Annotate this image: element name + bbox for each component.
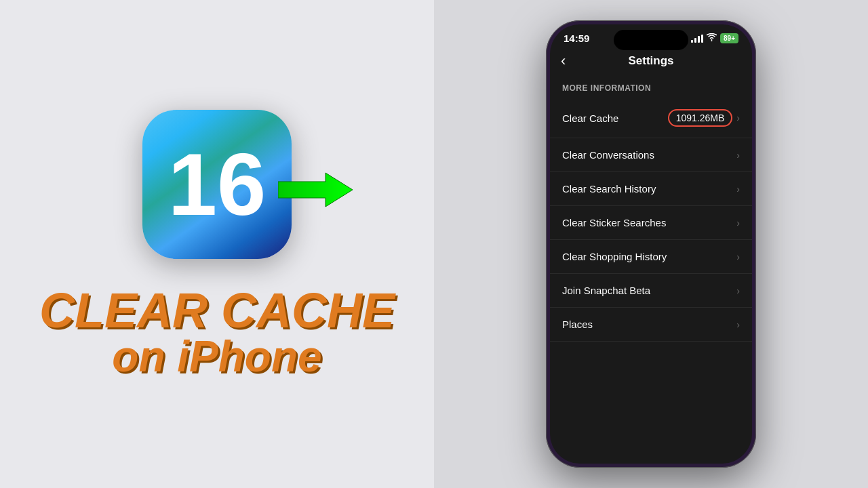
menu-item[interactable]: Clear Conversations›: [550, 138, 752, 172]
big-text-line1: CLEAR CACHE: [39, 286, 395, 335]
phone-screen: 14:59 89: [550, 24, 752, 464]
ios16-number: 16: [168, 140, 267, 228]
menu-item[interactable]: Clear Search History›: [550, 172, 752, 206]
menu-list: Clear Cache1091.26MB›Clear Conversations…: [550, 98, 752, 342]
left-panel: 16 CLEAR CACHE on iPhone: [0, 0, 434, 488]
menu-item-label: Clear Conversations: [562, 149, 654, 161]
settings-content: MORE INFORMATION Clear Cache1091.26MB›Cl…: [550, 77, 752, 464]
menu-item-label: Clear Shopping History: [562, 251, 667, 262]
menu-item-right: ›: [736, 251, 740, 262]
status-icons: 89+: [691, 33, 738, 43]
menu-item[interactable]: Clear Sticker Searches›: [550, 206, 752, 240]
menu-item-label: Clear Search History: [562, 183, 656, 195]
menu-item[interactable]: Places›: [550, 308, 752, 342]
menu-item-right: ›: [736, 319, 740, 330]
settings-title: Settings: [628, 54, 673, 68]
chevron-right-icon: ›: [736, 319, 740, 330]
menu-item[interactable]: Clear Shopping History›: [550, 240, 752, 274]
menu-item-right: ›: [736, 218, 740, 228]
cache-size-value: 1091.26MB: [668, 109, 733, 127]
battery-indicator: 89+: [720, 33, 738, 43]
menu-item-right: 1091.26MB›: [668, 109, 740, 127]
chevron-right-icon: ›: [736, 218, 740, 228]
menu-item-right: ›: [736, 150, 740, 161]
signal-icon: [691, 35, 703, 43]
menu-item-label: Join Snapchat Beta: [562, 285, 650, 296]
status-time: 14:59: [564, 33, 589, 44]
menu-item-right: ›: [736, 285, 740, 296]
nav-bar: ‹ Settings: [550, 47, 752, 77]
big-text-line2: on iPhone: [39, 335, 395, 378]
phone-frame: 14:59 89: [546, 20, 756, 468]
menu-item[interactable]: Join Snapchat Beta›: [550, 274, 752, 308]
svg-marker-0: [278, 173, 353, 207]
chevron-right-icon: ›: [736, 285, 740, 296]
wifi-icon: [707, 33, 717, 43]
big-text-block: CLEAR CACHE on iPhone: [39, 286, 395, 378]
menu-item-right: ›: [736, 184, 740, 195]
section-header: MORE INFORMATION: [550, 77, 752, 98]
back-button[interactable]: ‹: [561, 52, 566, 70]
menu-item-label: Clear Sticker Searches: [562, 217, 666, 228]
menu-item-label: Clear Cache: [562, 113, 618, 124]
ios16-icon: 16: [142, 110, 292, 259]
status-bar: 14:59 89: [550, 24, 752, 47]
chevron-right-icon: ›: [736, 113, 740, 123]
right-panel: 14:59 89: [434, 0, 868, 488]
chevron-right-icon: ›: [736, 184, 740, 195]
chevron-right-icon: ›: [736, 150, 740, 161]
green-arrow-icon: [278, 169, 353, 210]
chevron-right-icon: ›: [736, 251, 740, 262]
menu-item[interactable]: Clear Cache1091.26MB›: [550, 98, 752, 138]
menu-item-label: Places: [562, 319, 593, 330]
